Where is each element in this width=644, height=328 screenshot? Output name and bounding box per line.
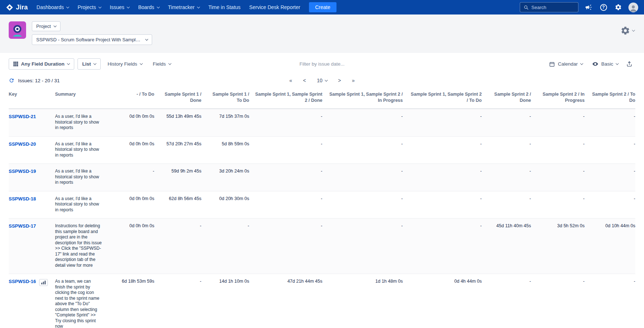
duration-cell: - xyxy=(406,136,485,164)
pagination-bar: Issues: 12 - 20 / 31 « < 10 > » xyxy=(0,70,644,83)
field-duration-label: Any Field Duration xyxy=(21,61,64,67)
next-page-button[interactable]: > xyxy=(338,78,341,83)
duration-cell: 0d 4h 44m 0s xyxy=(406,274,485,328)
chevron-down-icon xyxy=(140,62,143,65)
help-button[interactable]: ? xyxy=(599,3,608,12)
view-select[interactable]: List xyxy=(78,58,101,70)
column-header[interactable]: - / To Do xyxy=(117,87,157,109)
refresh-icon xyxy=(9,78,14,83)
chevron-down-icon xyxy=(67,62,70,65)
duration-cell: 0d 10h 44m 0s xyxy=(587,219,635,274)
duration-cell: 1d 1h 48m 0s xyxy=(325,274,406,328)
primary-nav: Dashboards Projects Issues Boards Timetr… xyxy=(32,0,305,14)
column-header[interactable]: Sample Sprint 1, Sample Sprint 2 / In Pr… xyxy=(325,87,406,109)
nav-item-label: Boards xyxy=(138,4,154,10)
eye-icon xyxy=(592,61,598,67)
refresh-button[interactable] xyxy=(9,78,14,83)
duration-cell: 14d 1h 10m 0s xyxy=(204,274,252,328)
field-duration-select[interactable]: Any Field Duration xyxy=(9,58,74,70)
fields-select[interactable]: Fields xyxy=(149,59,175,69)
duration-cell: 59d 9h 2m 45s xyxy=(157,164,204,191)
column-header[interactable]: Sample Sprint 2 / To Do xyxy=(587,87,635,109)
scope-select[interactable]: Project xyxy=(32,21,60,31)
jira-logo-text: Jira xyxy=(16,4,28,11)
global-search[interactable] xyxy=(520,2,578,12)
duration-cell: - xyxy=(252,219,325,274)
jira-logo[interactable]: Jira xyxy=(4,4,32,11)
column-header[interactable]: Summary xyxy=(52,87,117,109)
nav-item-label: Timetracker xyxy=(168,4,195,10)
report-settings-button[interactable] xyxy=(620,26,635,36)
duration-cell: - xyxy=(587,191,635,219)
view-mode-button[interactable]: Basic xyxy=(589,58,622,70)
first-page-button[interactable]: « xyxy=(289,78,292,83)
duration-cell: - xyxy=(534,136,587,164)
duration-cell: - xyxy=(485,191,534,219)
create-button[interactable]: Create xyxy=(309,2,336,12)
page-size-select[interactable]: 10 xyxy=(317,78,327,83)
duration-cell: 0d 0h 0m 0s xyxy=(117,191,157,219)
column-header[interactable]: Sample Sprint 2 / Done xyxy=(485,87,534,109)
issue-date-filter-input[interactable] xyxy=(271,61,373,67)
issue-key-link[interactable]: SSPWSD-21 xyxy=(9,114,36,119)
chevron-down-icon xyxy=(325,78,327,81)
user-avatar[interactable] xyxy=(628,3,638,12)
duration-cell: - xyxy=(587,109,635,136)
duration-cell: - xyxy=(252,191,325,219)
nav-item-service-desk-reporter[interactable]: Service Desk Reporter xyxy=(245,0,305,14)
last-page-button[interactable]: » xyxy=(352,78,355,83)
column-header[interactable]: Sample Sprint 1 / To Do xyxy=(204,87,252,109)
nav-item-timetracker[interactable]: Timetracker xyxy=(164,0,204,14)
help-icon: ? xyxy=(600,4,607,11)
project-header: Project SSPWSD - Scrum Software Project … xyxy=(0,14,644,53)
issue-key-link[interactable]: SSPWSD-19 xyxy=(9,169,36,174)
duration-cell: - xyxy=(325,109,406,136)
export-button[interactable] xyxy=(624,59,635,69)
top-navigation-bar: Jira Dashboards Projects Issues Boards T… xyxy=(0,0,644,14)
column-header[interactable]: Sample Sprint 1, Sample Sprint 2 / Done xyxy=(252,87,325,109)
issue-key-link[interactable]: SSPWSD-18 xyxy=(9,196,36,202)
nav-item-boards[interactable]: Boards xyxy=(134,0,163,14)
issue-key-link[interactable]: SSPWSD-17 xyxy=(9,223,36,229)
history-fields-select[interactable]: History Fields xyxy=(104,59,146,69)
column-header[interactable]: Sample Sprint 2 / In Progress xyxy=(534,87,587,109)
issues-table-section: KeySummary- / To DoSample Sprint 1 / Don… xyxy=(0,83,644,328)
issues-table-body: SSPWSD-21As a user, I'd like a historica… xyxy=(9,109,635,328)
issue-summary: As a user, I'd like a historical story t… xyxy=(52,109,117,136)
nav-item-label: Service Desk Reporter xyxy=(249,4,300,10)
column-header[interactable]: Sample Sprint 1 / Done xyxy=(157,87,204,109)
column-header[interactable]: Key xyxy=(9,87,52,109)
issue-key-link[interactable]: SSPWSD-20 xyxy=(9,141,36,147)
nav-item-dashboards[interactable]: Dashboards xyxy=(32,0,74,14)
announcements-button[interactable] xyxy=(584,3,593,12)
prev-page-button[interactable]: < xyxy=(303,78,306,83)
calendar-icon xyxy=(549,61,555,67)
jira-logo-icon xyxy=(6,4,13,11)
nav-item-label: Projects xyxy=(78,4,96,10)
admin-settings-button[interactable] xyxy=(614,3,623,12)
issue-key-link[interactable]: SSPWSD-16 xyxy=(9,279,36,284)
history-fields-label: History Fields xyxy=(108,61,137,67)
duration-cell: - xyxy=(485,136,534,164)
search-input[interactable] xyxy=(531,5,575,10)
nav-item-time-in-status[interactable]: Time in Status xyxy=(204,0,245,14)
project-select[interactable]: SSPWSD - Scrum Software Project With Sam… xyxy=(32,34,152,45)
duration-cell: - xyxy=(325,219,406,274)
duration-cell: 55d 13h 49m 45s xyxy=(157,109,204,136)
duration-cell: - xyxy=(406,191,485,219)
project-name: SSPWSD - Scrum Software Project With Sam… xyxy=(36,37,141,42)
column-header[interactable]: Sample Sprint 1, Sample Sprint 2 / To Do xyxy=(406,87,485,109)
duration-cell: 3d 5h 52m 0s xyxy=(534,219,587,274)
chevron-down-icon xyxy=(93,62,96,65)
nav-item-projects[interactable]: Projects xyxy=(73,0,105,14)
worklog-chart-button[interactable] xyxy=(39,279,48,286)
issues-count-label: Issues: 12 - 20 / 31 xyxy=(18,78,60,83)
duration-cell: 3d 20h 24m 0s xyxy=(204,164,252,191)
duration-cell: 47d 21h 44m 45s xyxy=(252,274,325,328)
nav-item-label: Issues xyxy=(110,4,124,10)
nav-item-issues[interactable]: Issues xyxy=(105,0,134,14)
issue-row: SSPWSD-16As a team, we can finish the sp… xyxy=(9,274,635,328)
megaphone-icon xyxy=(585,4,592,11)
calendar-button[interactable]: Calendar xyxy=(545,59,586,70)
duration-cell: - xyxy=(485,164,534,191)
